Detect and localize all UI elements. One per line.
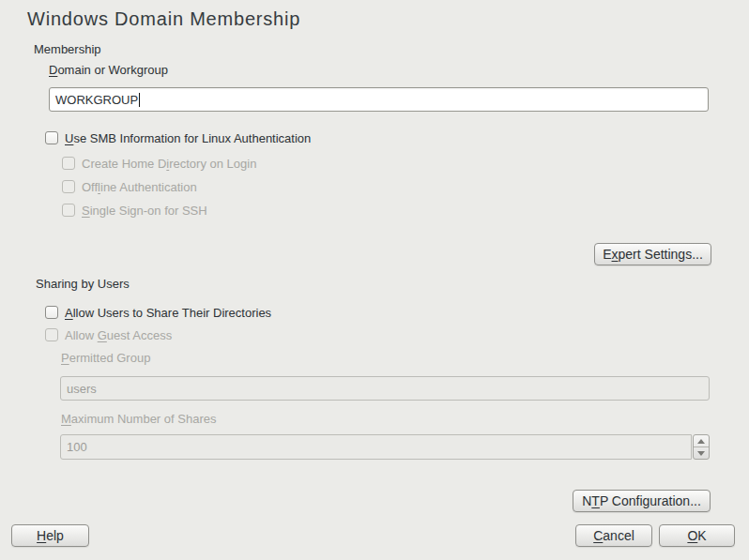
- maximum-shares-label: Maximum Number of Shares: [61, 412, 216, 426]
- use-smb-authentication-label: Use SMB Information for Linux Authentica…: [65, 131, 311, 145]
- windows-domain-membership-dialog: Windows Domain Membership Membership Dom…: [0, 0, 749, 560]
- sharing-section-header: Sharing by Users: [36, 277, 130, 291]
- text-caret: [139, 93, 140, 107]
- single-sign-on-ssh-label: Single Sign-on for SSH: [82, 204, 207, 218]
- membership-section-header: Membership: [34, 42, 101, 56]
- maximum-shares-value: 100: [67, 440, 87, 454]
- expert-settings-button-label: Expert Settings...: [603, 247, 703, 262]
- domain-workgroup-value: WORKGROUP: [55, 93, 138, 107]
- arrow-up-icon: [697, 439, 705, 444]
- checkbox-unchecked-icon: [45, 306, 58, 319]
- permitted-group-value: users: [67, 382, 97, 396]
- spinner-down-button: [694, 447, 709, 459]
- spinner-up-button: [694, 435, 709, 447]
- ok-button[interactable]: OK: [659, 524, 735, 547]
- offline-authentication-label: Offline Authentication: [82, 180, 197, 194]
- help-button[interactable]: Help: [11, 524, 89, 547]
- ntp-configuration-button[interactable]: NTP Configuration...: [573, 490, 711, 512]
- page-title: Windows Domain Membership: [27, 8, 300, 30]
- permitted-group-label: Permitted Group: [61, 351, 150, 365]
- cancel-button-label: Cancel: [593, 528, 634, 543]
- use-smb-authentication-checkbox[interactable]: Use SMB Information for Linux Authentica…: [45, 130, 311, 145]
- cancel-button[interactable]: Cancel: [575, 524, 652, 547]
- maximum-shares-input: 100: [60, 434, 692, 460]
- offline-authentication-checkbox: Offline Authentication: [62, 179, 197, 194]
- allow-users-share-label: Allow Users to Share Their Directories: [65, 306, 271, 320]
- allow-guest-access-checkbox: Allow Guest Access: [45, 327, 172, 342]
- checkbox-unchecked-icon: [45, 328, 58, 341]
- ok-button-label: OK: [687, 528, 706, 543]
- create-home-directory-checkbox: Create Home Directory on Login: [62, 156, 256, 171]
- checkbox-unchecked-icon: [62, 204, 75, 217]
- maximum-shares-spinner: [693, 434, 710, 460]
- create-home-directory-label: Create Home Directory on Login: [82, 157, 256, 171]
- allow-guest-access-label: Allow Guest Access: [65, 328, 172, 342]
- single-sign-on-ssh-checkbox: Single Sign-on for SSH: [62, 203, 207, 218]
- domain-workgroup-label: Domain or Workgroup: [49, 63, 168, 77]
- domain-workgroup-input[interactable]: WORKGROUP: [49, 87, 709, 112]
- arrow-down-icon: [697, 451, 705, 456]
- checkbox-unchecked-icon: [45, 131, 58, 144]
- expert-settings-button[interactable]: Expert Settings...: [594, 243, 711, 265]
- checkbox-unchecked-icon: [62, 180, 75, 193]
- ntp-configuration-button-label: NTP Configuration...: [582, 493, 701, 508]
- help-button-label: Help: [37, 528, 64, 543]
- checkbox-unchecked-icon: [62, 157, 75, 170]
- permitted-group-input: users: [60, 376, 710, 401]
- allow-users-share-checkbox[interactable]: Allow Users to Share Their Directories: [45, 305, 271, 320]
